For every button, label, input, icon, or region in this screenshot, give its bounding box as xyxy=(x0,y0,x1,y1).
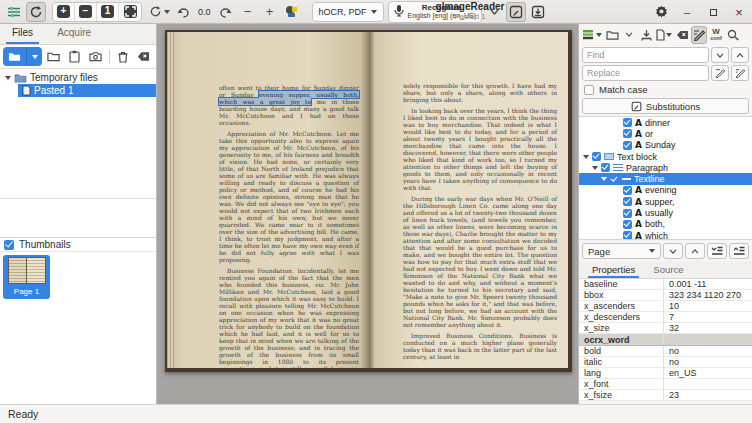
expander-icon[interactable] xyxy=(5,76,11,80)
property-row[interactable]: x_fsize23 xyxy=(579,390,752,401)
replace-button[interactable] xyxy=(711,65,729,81)
property-value[interactable]: 7 xyxy=(664,312,752,322)
zoom-original-button[interactable]: 1 xyxy=(97,3,119,21)
screenshot-button[interactable] xyxy=(86,47,105,66)
export-button[interactable] xyxy=(528,2,548,22)
tree-word-row[interactable]: Aor xyxy=(579,128,752,139)
tree-word-row[interactable]: Aboth, xyxy=(579,219,752,230)
output-mode-dropdown[interactable]: hOCR, PDF xyxy=(312,2,384,22)
settings-button[interactable] xyxy=(652,3,670,21)
tree-word-row[interactable]: Aevening xyxy=(579,185,752,196)
tree-word-row[interactable]: ASunday xyxy=(579,140,752,151)
rotate-page-button[interactable] xyxy=(26,2,46,22)
tree-paragraph-row[interactable]: Paragraph xyxy=(579,162,752,173)
tab-source[interactable]: Source xyxy=(644,261,692,278)
paragraph-checkbox[interactable] xyxy=(601,163,610,172)
textline-checkbox[interactable] xyxy=(610,175,619,184)
find-next-button[interactable] xyxy=(711,47,729,63)
image-controls-panel-button[interactable] xyxy=(4,2,24,22)
expander-icon[interactable] xyxy=(601,177,607,181)
tree-file-row-selected[interactable]: Pasted 1 xyxy=(18,84,156,97)
tree-block-row[interactable]: Text block xyxy=(579,151,752,162)
maximize-button[interactable] xyxy=(704,3,722,21)
spellcheck-search-button[interactable] xyxy=(725,26,741,44)
close-button[interactable]: × xyxy=(730,3,748,21)
thumbnail-page-1[interactable]: Page 1 xyxy=(3,255,50,299)
match-case-checkbox[interactable] xyxy=(584,85,594,95)
block-checkbox[interactable] xyxy=(592,152,601,161)
property-row[interactable]: boldno xyxy=(579,346,752,357)
property-value[interactable]: 32 xyxy=(664,323,752,333)
rotate-right-button[interactable] xyxy=(216,2,236,22)
property-value[interactable]: no xyxy=(664,346,752,356)
navigate-prev-button[interactable] xyxy=(685,243,705,259)
property-value[interactable]: 0.001 -11 xyxy=(664,279,752,289)
zoom-out-button[interactable]: − xyxy=(75,3,97,21)
collapse-all-button[interactable] xyxy=(729,243,749,259)
property-value[interactable]: en_US xyxy=(664,368,752,378)
word-checkbox[interactable] xyxy=(623,197,632,206)
zoom-in-button[interactable]: + xyxy=(53,3,75,21)
delete-button[interactable] xyxy=(114,47,133,66)
open-hocr-button[interactable] xyxy=(604,26,620,44)
save-hocr-button[interactable] xyxy=(638,26,654,44)
zoom-fit-button[interactable] xyxy=(119,3,141,21)
substitutions-button[interactable]: Substitutions xyxy=(582,98,749,114)
word-checkbox[interactable] xyxy=(623,129,632,138)
property-row[interactable]: bbox323 234 1120 270 xyxy=(579,290,752,301)
property-row[interactable]: italicno xyxy=(579,357,752,368)
minimize-button[interactable]: – xyxy=(678,3,696,21)
property-row[interactable]: x_size32 xyxy=(579,323,752,334)
expand-all-button[interactable] xyxy=(707,243,727,259)
tree-word-row[interactable]: Asupper, xyxy=(579,196,752,207)
word-checkbox[interactable] xyxy=(623,141,632,150)
word-checkbox[interactable] xyxy=(623,220,632,229)
property-section-row[interactable]: ocrx_word xyxy=(579,334,752,345)
add-images-dropdown[interactable] xyxy=(26,47,42,66)
find-replace-toggle[interactable] xyxy=(691,26,707,44)
property-value[interactable]: no xyxy=(664,357,752,367)
property-value[interactable]: 323 234 1120 270 xyxy=(664,290,752,300)
property-row[interactable]: baseline0.001 -11 xyxy=(579,279,752,290)
word-checkbox[interactable] xyxy=(623,186,632,195)
property-row[interactable]: x_font xyxy=(579,379,752,390)
find-input[interactable] xyxy=(582,47,709,63)
property-row[interactable]: langen_US xyxy=(579,368,752,379)
replace-input[interactable] xyxy=(582,65,709,81)
rotation-angle-value[interactable]: 0.0 xyxy=(195,7,214,17)
tree-word-row[interactable]: Adinner xyxy=(579,117,752,128)
rotate-left-button[interactable] xyxy=(173,2,193,22)
tree-word-row[interactable]: Awhich xyxy=(579,230,752,240)
document-canvas[interactable]: often went to their home for Sunday dinn… xyxy=(157,24,578,404)
tree-folder-row[interactable]: Temporary files xyxy=(0,71,156,84)
clear-output-button[interactable] xyxy=(674,26,690,44)
rotate-mode-dropdown[interactable] xyxy=(148,2,171,22)
paste-button[interactable] xyxy=(65,47,84,66)
tab-acquire[interactable]: Acquire xyxy=(45,24,103,44)
tree-textline-row-selected[interactable]: Textline xyxy=(579,173,752,184)
insert-mode-dropdown[interactable] xyxy=(581,26,603,44)
image-adjustment-button[interactable] xyxy=(282,2,302,22)
page-decrement-button[interactable]: − xyxy=(238,2,258,22)
property-row[interactable]: x_descenders7 xyxy=(579,312,752,323)
tab-files[interactable]: Files xyxy=(0,24,45,44)
expander-icon[interactable] xyxy=(583,155,589,159)
word-checkbox[interactable] xyxy=(623,118,632,127)
replace-all-button[interactable] xyxy=(731,65,749,81)
property-row[interactable]: x_ascenders10 xyxy=(579,301,752,312)
property-value[interactable]: 23 xyxy=(664,390,752,400)
tree-word-row[interactable]: Ausually xyxy=(579,207,752,218)
thumbnails-checkbox[interactable] xyxy=(4,240,14,250)
navigate-next-button[interactable] xyxy=(663,243,683,259)
open-hocr-dropdown[interactable] xyxy=(621,26,637,44)
open-folder-button[interactable] xyxy=(44,47,63,66)
page-increment-button[interactable]: + xyxy=(260,2,280,22)
word-checkbox[interactable] xyxy=(623,231,632,240)
property-value[interactable]: 10 xyxy=(664,301,752,311)
add-images-split-button[interactable] xyxy=(3,47,42,66)
clear-button[interactable] xyxy=(134,47,153,66)
word-confidence-toggle[interactable]: W conf xyxy=(708,26,724,44)
export-dropdown[interactable] xyxy=(655,26,673,44)
scanned-book-image[interactable]: often went to their home for Sunday dinn… xyxy=(165,30,572,372)
word-checkbox[interactable] xyxy=(623,209,632,218)
